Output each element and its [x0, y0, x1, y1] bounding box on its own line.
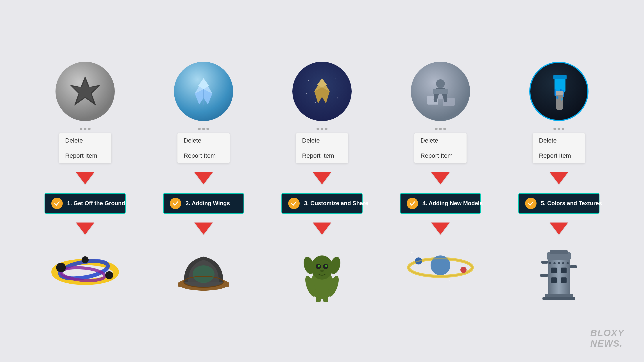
bottom-image-5 [528, 243, 590, 300]
report-item-button-5[interactable]: Report Item [533, 148, 585, 163]
svg-rect-67 [541, 261, 548, 264]
dot-7 [316, 128, 319, 130]
svg-point-15 [192, 265, 214, 283]
svg-point-23 [333, 107, 333, 107]
svg-rect-76 [561, 268, 566, 273]
dot-15 [562, 128, 564, 130]
svg-point-20 [337, 98, 338, 98]
icon-svg-3 [302, 72, 342, 111]
label-badge-2: 2. Adding Wings [163, 193, 244, 214]
dropdown-3: Delete Report Item [296, 133, 348, 163]
checkmark-svg-5 [528, 200, 534, 207]
report-item-button-3[interactable]: Report Item [296, 148, 348, 163]
arrow-4b [431, 223, 450, 235]
svg-point-70 [549, 262, 551, 264]
arrow-4 [431, 172, 450, 184]
arrow-2b [194, 223, 213, 235]
dot-9 [325, 128, 328, 130]
dropdown-5: Delete Report Item [532, 133, 585, 163]
column-4: Delete Report Item 4. Adding New Models [381, 62, 500, 287]
svg-rect-54 [554, 75, 566, 79]
dot-5 [202, 128, 205, 130]
app-icon-4 [411, 62, 470, 121]
dots-menu-4[interactable] [435, 128, 446, 130]
arrow-3b [313, 223, 331, 235]
dot-3 [88, 128, 90, 130]
dot-4 [198, 128, 201, 130]
badge-label-3: 3. Customize and Share [304, 200, 368, 207]
column-2: Delete Report Item 2. Adding Wings [144, 62, 263, 292]
check-icon-3 [288, 198, 300, 209]
svg-rect-68 [570, 265, 577, 268]
report-item-button-2[interactable]: Report Item [178, 148, 230, 163]
report-item-button-1[interactable]: Report Item [59, 148, 111, 163]
dots-menu-1[interactable] [80, 128, 90, 130]
svg-point-71 [554, 262, 556, 264]
check-icon-1 [51, 198, 63, 209]
delete-button-3[interactable]: Delete [296, 133, 348, 148]
svg-rect-75 [551, 268, 557, 273]
svg-rect-80 [542, 297, 575, 300]
arrow-1b [76, 223, 94, 235]
bottom-image-3 [296, 243, 348, 300]
svg-point-17 [308, 80, 309, 81]
dot-8 [321, 128, 323, 130]
delete-button-1[interactable]: Delete [59, 133, 111, 148]
main-container: Delete Report Item 1. Get Off the Ground [0, 49, 644, 314]
svg-point-51 [449, 280, 450, 281]
svg-point-48 [460, 267, 466, 273]
dots-menu-3[interactable] [316, 128, 328, 130]
dot-11 [439, 128, 442, 130]
badge-label-2: 2. Adding Wings [186, 200, 230, 207]
svg-point-43 [436, 79, 445, 88]
checkmark-svg-3 [291, 200, 297, 207]
rings-svg [50, 243, 120, 292]
icon-svg-2 [184, 72, 223, 111]
svg-rect-39 [323, 297, 328, 302]
dot-12 [443, 128, 446, 130]
svg-point-7 [82, 256, 88, 263]
svg-rect-69 [540, 274, 548, 277]
dot-13 [554, 128, 556, 130]
arrow-1 [76, 172, 94, 184]
bottom-image-1 [50, 243, 120, 292]
checkmark-svg-2 [172, 200, 179, 207]
svg-point-33 [318, 265, 320, 267]
label-badge-1: 1. Get Off the Ground [44, 193, 126, 214]
planet-svg [405, 243, 476, 287]
delete-button-2[interactable]: Delete [178, 133, 230, 148]
svg-point-22 [306, 93, 307, 94]
delete-button-5[interactable]: Delete [533, 133, 585, 148]
alien-svg [296, 241, 348, 303]
dots-menu-5[interactable] [554, 128, 564, 130]
bottom-image-4 [405, 243, 476, 287]
dot-14 [558, 128, 560, 130]
label-badge-3: 3. Customize and Share [282, 193, 362, 214]
svg-point-61 [556, 96, 558, 99]
app-icon-3 [292, 62, 352, 121]
badge-label-1: 1. Get Off the Ground [67, 200, 125, 207]
icon-svg-4 [421, 72, 460, 111]
svg-point-62 [561, 98, 562, 101]
icon-svg-5 [537, 69, 581, 113]
svg-point-19 [315, 102, 316, 103]
dot-10 [435, 128, 438, 130]
app-icon-2 [174, 62, 233, 121]
check-icon-5 [525, 198, 536, 209]
dot-6 [206, 128, 209, 130]
check-icon-2 [170, 198, 181, 209]
svg-rect-38 [316, 297, 321, 302]
label-badge-5: 5. Colors and Textures [518, 193, 600, 214]
report-item-button-4[interactable]: Report Item [414, 148, 466, 163]
svg-rect-77 [551, 277, 557, 283]
svg-point-34 [325, 265, 327, 267]
svg-point-28 [311, 255, 333, 280]
app-icon-5 [529, 62, 588, 121]
arrow-5 [550, 172, 568, 184]
delete-button-4[interactable]: Delete [414, 133, 466, 148]
column-3: Delete Report Item 3. Customize and Shar… [263, 62, 381, 300]
dots-menu-2[interactable] [198, 128, 209, 130]
svg-rect-60 [556, 91, 564, 95]
svg-point-6 [105, 271, 113, 279]
tower-svg [528, 243, 590, 300]
